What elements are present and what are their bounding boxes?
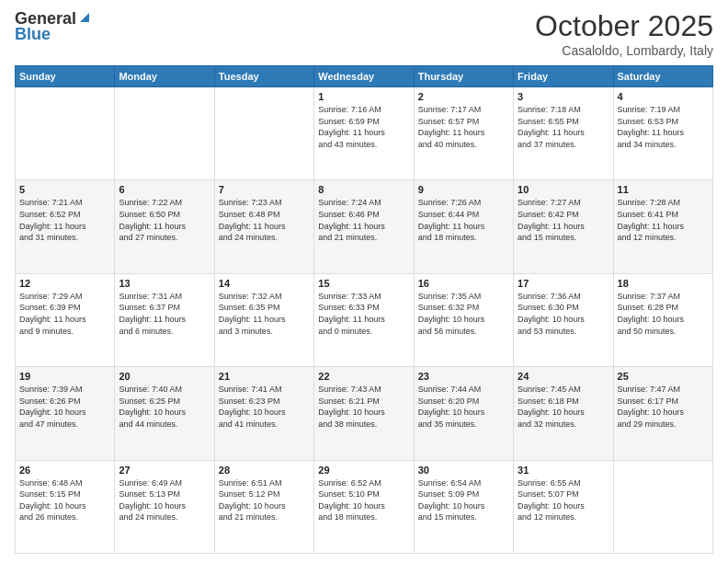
col-thursday: Thursday (414, 66, 513, 87)
day-number: 17 (518, 278, 609, 289)
table-row: 5Sunrise: 7:21 AM Sunset: 6:52 PM Daylig… (16, 180, 115, 273)
location-title: Casaloldo, Lombardy, Italy (535, 43, 713, 58)
day-info: Sunrise: 7:28 AM Sunset: 6:41 PM Dayligh… (618, 197, 709, 243)
day-info: Sunrise: 7:45 AM Sunset: 6:18 PM Dayligh… (518, 384, 609, 430)
table-row: 4Sunrise: 7:19 AM Sunset: 6:53 PM Daylig… (613, 87, 712, 180)
day-number: 10 (518, 184, 609, 195)
table-row: 23Sunrise: 7:44 AM Sunset: 6:20 PM Dayli… (414, 367, 513, 460)
table-row: 21Sunrise: 7:41 AM Sunset: 6:23 PM Dayli… (214, 367, 313, 460)
day-info: Sunrise: 7:41 AM Sunset: 6:23 PM Dayligh… (219, 384, 310, 430)
calendar-header-row: Sunday Monday Tuesday Wednesday Thursday… (16, 66, 713, 87)
day-number: 9 (418, 184, 509, 195)
week-row-4: 26Sunrise: 6:48 AM Sunset: 5:15 PM Dayli… (16, 460, 713, 553)
table-row: 30Sunrise: 6:54 AM Sunset: 5:09 PM Dayli… (414, 460, 513, 553)
table-row: 2Sunrise: 7:17 AM Sunset: 6:57 PM Daylig… (414, 87, 513, 180)
day-info: Sunrise: 7:22 AM Sunset: 6:50 PM Dayligh… (119, 197, 210, 243)
day-info: Sunrise: 6:51 AM Sunset: 5:12 PM Dayligh… (219, 477, 310, 523)
table-row (16, 87, 115, 180)
day-number: 15 (318, 278, 409, 289)
day-info: Sunrise: 7:36 AM Sunset: 6:30 PM Dayligh… (518, 291, 609, 337)
table-row: 12Sunrise: 7:29 AM Sunset: 6:39 PM Dayli… (16, 273, 115, 366)
day-info: Sunrise: 7:37 AM Sunset: 6:28 PM Dayligh… (618, 291, 709, 337)
week-row-1: 5Sunrise: 7:21 AM Sunset: 6:52 PM Daylig… (16, 180, 713, 273)
day-info: Sunrise: 7:18 AM Sunset: 6:55 PM Dayligh… (518, 104, 609, 150)
day-number: 6 (119, 184, 210, 195)
day-number: 18 (618, 278, 709, 289)
table-row: 7Sunrise: 7:23 AM Sunset: 6:48 PM Daylig… (214, 180, 313, 273)
table-row: 22Sunrise: 7:43 AM Sunset: 6:21 PM Dayli… (314, 367, 414, 460)
day-info: Sunrise: 6:55 AM Sunset: 5:07 PM Dayligh… (518, 477, 609, 523)
day-info: Sunrise: 7:21 AM Sunset: 6:52 PM Dayligh… (19, 197, 110, 243)
day-info: Sunrise: 7:23 AM Sunset: 6:48 PM Dayligh… (219, 197, 310, 243)
day-info: Sunrise: 7:44 AM Sunset: 6:20 PM Dayligh… (418, 384, 509, 430)
day-number: 3 (518, 91, 609, 102)
table-row: 16Sunrise: 7:35 AM Sunset: 6:32 PM Dayli… (414, 273, 513, 366)
table-row: 26Sunrise: 6:48 AM Sunset: 5:15 PM Dayli… (16, 460, 115, 553)
day-info: Sunrise: 7:31 AM Sunset: 6:37 PM Dayligh… (119, 291, 210, 337)
table-row: 13Sunrise: 7:31 AM Sunset: 6:37 PM Dayli… (115, 273, 214, 366)
day-number: 7 (219, 184, 310, 195)
table-row: 3Sunrise: 7:18 AM Sunset: 6:55 PM Daylig… (514, 87, 613, 180)
table-row: 1Sunrise: 7:16 AM Sunset: 6:59 PM Daylig… (314, 87, 414, 180)
table-row: 11Sunrise: 7:28 AM Sunset: 6:41 PM Dayli… (613, 180, 712, 273)
day-number: 20 (119, 371, 210, 382)
col-wednesday: Wednesday (314, 66, 414, 87)
day-info: Sunrise: 6:49 AM Sunset: 5:13 PM Dayligh… (119, 477, 210, 523)
day-number: 13 (119, 278, 210, 289)
day-number: 2 (418, 91, 509, 102)
day-info: Sunrise: 7:35 AM Sunset: 6:32 PM Dayligh… (418, 291, 509, 337)
table-row: 27Sunrise: 6:49 AM Sunset: 5:13 PM Dayli… (115, 460, 214, 553)
day-number: 26 (19, 465, 110, 476)
week-row-2: 12Sunrise: 7:29 AM Sunset: 6:39 PM Dayli… (16, 273, 713, 366)
table-row (115, 87, 214, 180)
day-info: Sunrise: 7:47 AM Sunset: 6:17 PM Dayligh… (618, 384, 709, 430)
col-monday: Monday (115, 66, 214, 87)
day-number: 14 (219, 278, 310, 289)
day-info: Sunrise: 7:24 AM Sunset: 6:46 PM Dayligh… (318, 197, 409, 243)
day-number: 19 (19, 371, 110, 382)
week-row-0: 1Sunrise: 7:16 AM Sunset: 6:59 PM Daylig… (16, 87, 713, 180)
table-row: 28Sunrise: 6:51 AM Sunset: 5:12 PM Dayli… (214, 460, 313, 553)
day-number: 5 (19, 184, 110, 195)
logo-blue-text: Blue (15, 25, 51, 44)
table-row: 18Sunrise: 7:37 AM Sunset: 6:28 PM Dayli… (613, 273, 712, 366)
day-number: 21 (219, 371, 310, 382)
table-row: 31Sunrise: 6:55 AM Sunset: 5:07 PM Dayli… (514, 460, 613, 553)
day-number: 25 (618, 371, 709, 382)
table-row: 6Sunrise: 7:22 AM Sunset: 6:50 PM Daylig… (115, 180, 214, 273)
day-info: Sunrise: 7:33 AM Sunset: 6:33 PM Dayligh… (318, 291, 409, 337)
day-number: 4 (618, 91, 709, 102)
day-number: 27 (119, 465, 210, 476)
day-info: Sunrise: 7:39 AM Sunset: 6:26 PM Dayligh… (19, 384, 110, 430)
logo: General Blue (15, 9, 91, 44)
col-saturday: Saturday (613, 66, 712, 87)
calendar-table: Sunday Monday Tuesday Wednesday Thursday… (15, 65, 713, 554)
table-row: 14Sunrise: 7:32 AM Sunset: 6:35 PM Dayli… (214, 273, 313, 366)
table-row: 29Sunrise: 6:52 AM Sunset: 5:10 PM Dayli… (314, 460, 414, 553)
table-row: 10Sunrise: 7:27 AM Sunset: 6:42 PM Dayli… (514, 180, 613, 273)
day-info: Sunrise: 6:54 AM Sunset: 5:09 PM Dayligh… (418, 477, 509, 523)
day-number: 12 (19, 278, 110, 289)
day-number: 16 (418, 278, 509, 289)
page: General Blue October 2025 Casaloldo, Lom… (0, 0, 728, 563)
day-number: 1 (318, 91, 409, 102)
title-block: October 2025 Casaloldo, Lombardy, Italy (535, 9, 713, 58)
svg-marker-0 (80, 13, 89, 22)
table-row: 25Sunrise: 7:47 AM Sunset: 6:17 PM Dayli… (613, 367, 712, 460)
month-title: October 2025 (535, 9, 713, 43)
day-info: Sunrise: 7:27 AM Sunset: 6:42 PM Dayligh… (518, 197, 609, 243)
day-number: 22 (318, 371, 409, 382)
day-info: Sunrise: 6:52 AM Sunset: 5:10 PM Dayligh… (318, 477, 409, 523)
day-info: Sunrise: 7:40 AM Sunset: 6:25 PM Dayligh… (119, 384, 210, 430)
table-row: 20Sunrise: 7:40 AM Sunset: 6:25 PM Dayli… (115, 367, 214, 460)
table-row: 9Sunrise: 7:26 AM Sunset: 6:44 PM Daylig… (414, 180, 513, 273)
day-info: Sunrise: 7:19 AM Sunset: 6:53 PM Dayligh… (618, 104, 709, 150)
day-info: Sunrise: 6:48 AM Sunset: 5:15 PM Dayligh… (19, 477, 110, 523)
table-row: 24Sunrise: 7:45 AM Sunset: 6:18 PM Dayli… (514, 367, 613, 460)
col-tuesday: Tuesday (214, 66, 313, 87)
col-friday: Friday (514, 66, 613, 87)
day-info: Sunrise: 7:17 AM Sunset: 6:57 PM Dayligh… (418, 104, 509, 150)
day-number: 8 (318, 184, 409, 195)
day-number: 30 (418, 465, 509, 476)
day-number: 28 (219, 465, 310, 476)
